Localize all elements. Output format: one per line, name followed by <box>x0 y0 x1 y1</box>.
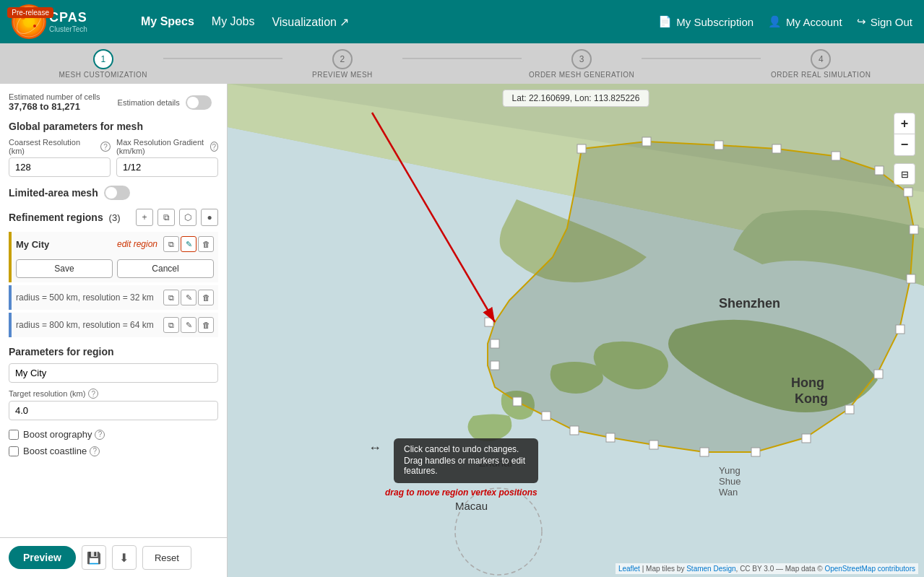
region-my-city-edit-btn[interactable]: ✎ <box>181 236 197 252</box>
step-4-label: ORDER REAL SIMULATION <box>771 71 871 79</box>
lam-toggle[interactable] <box>104 186 130 200</box>
region-500km-copy-btn[interactable]: ⧉ <box>163 290 179 305</box>
add-region-btn[interactable]: + <box>136 209 153 226</box>
boost-orography-row: Boost orography ? <box>9 429 218 440</box>
region-my-city-delete-btn[interactable]: 🗑 <box>198 236 214 252</box>
svg-rect-24 <box>570 426 579 435</box>
region-my-city-copy-btn[interactable]: ⧉ <box>163 236 179 252</box>
preview-btn[interactable]: Preview <box>9 546 76 569</box>
region-my-city-name: My City <box>16 239 114 250</box>
step-line-1 <box>163 58 283 59</box>
download-icon-btn[interactable]: ⬇ <box>112 545 137 570</box>
step-line-2 <box>402 58 522 59</box>
svg-rect-17 <box>874 370 883 378</box>
cursor-icon: ↔ <box>368 441 381 456</box>
nav-links: My Specs My Jobs Visualization ↗ <box>141 15 641 29</box>
boost-orography-checkbox[interactable] <box>9 430 19 440</box>
region-item-my-city: My City edit region ⧉ ✎ 🗑 Save Cancel <box>9 232 218 282</box>
zoom-in-btn[interactable]: + <box>894 113 915 134</box>
step-4[interactable]: 4 ORDER REAL SIMULATION <box>761 49 881 79</box>
svg-rect-21 <box>700 448 709 456</box>
annotation-text: drag to move region vertex positions <box>385 487 537 498</box>
step-4-circle: 4 <box>811 49 831 69</box>
region-800km-edit-btn[interactable]: ✎ <box>181 317 197 333</box>
step-3-label: ORDER MESH GENERATION <box>529 71 634 79</box>
cell-count-block: Estimated number of cells 37,768 to 81,2… <box>9 92 100 112</box>
step-2-label: PREVIEW MESH <box>312 71 373 79</box>
logo-icon: Pre-release <box>12 4 46 39</box>
max-res-help-icon[interactable]: ? <box>210 142 218 152</box>
svg-rect-28 <box>491 339 499 348</box>
region-800km-delete-btn[interactable]: 🗑 <box>198 317 214 333</box>
step-3-circle: 3 <box>571 49 592 69</box>
region-500km-name: radius = 500 km, resolution = 32 km <box>16 292 160 303</box>
cell-count-label: Estimated number of cells <box>9 92 100 101</box>
svg-rect-29 <box>485 318 493 326</box>
pre-release-badge: Pre-release <box>7 7 53 18</box>
region-item-500km: radius = 500 km, resolution = 32 km ⧉ ✎ … <box>9 285 218 310</box>
svg-rect-19 <box>802 434 811 443</box>
coarsest-res-input[interactable] <box>9 157 111 177</box>
step-1-label: MESH CUSTOMIZATION <box>59 71 148 79</box>
boost-orography-label: Boost orography ? <box>23 429 105 440</box>
max-res-input[interactable] <box>116 157 218 177</box>
boost-orography-help-icon[interactable]: ? <box>95 430 105 440</box>
settings-region-btn[interactable]: ⬡ <box>179 209 197 226</box>
region-name-input[interactable] <box>9 363 218 383</box>
coarsest-res-help-icon[interactable]: ? <box>100 142 111 152</box>
nav-visualization[interactable]: Visualization ↗ <box>272 15 349 29</box>
region-800km-btns: ⧉ ✎ 🗑 <box>163 317 214 333</box>
coarsest-res-block: Coarsest Resolution (km) ? <box>9 138 111 177</box>
svg-rect-27 <box>491 361 499 370</box>
target-res-help-icon[interactable]: ? <box>88 389 98 399</box>
nav-subscription[interactable]: 📄 My Subscription <box>658 15 754 28</box>
boost-coastline-checkbox[interactable] <box>9 446 19 456</box>
reset-btn[interactable]: Reset <box>142 546 191 570</box>
leaflet-link[interactable]: Leaflet <box>618 565 640 573</box>
boost-coastline-help-icon[interactable]: ? <box>90 446 100 456</box>
logo-clustertech: ClusterTech <box>49 25 87 33</box>
refinement-header: Refinement regions (3) + ⧉ ⬡ ● <box>9 209 218 226</box>
region-my-city-btns: ⧉ ✎ 🗑 <box>163 236 214 252</box>
region-800km-name: radius = 800 km, resolution = 64 km <box>16 320 160 330</box>
nav-account[interactable]: 👤 My Account <box>768 15 842 28</box>
map-coords: Lat: 22.160699, Lon: 113.825226 <box>503 90 649 107</box>
region-500km-edit-btn[interactable]: ✎ <box>181 290 197 305</box>
step-1[interactable]: 1 MESH CUSTOMIZATION <box>43 49 163 79</box>
step-2[interactable]: 2 PREVIEW MESH <box>282 49 402 79</box>
svg-rect-9 <box>714 141 723 149</box>
nav-my-jobs[interactable]: My Jobs <box>212 15 255 28</box>
save-btn[interactable]: Save <box>16 259 113 278</box>
map-area[interactable]: Shenzhen Hong Kong Zhuhai Macau Yung Shu… <box>228 84 924 577</box>
logo-text-block: CPAS ClusterTech <box>49 10 87 33</box>
save-icon-btn[interactable]: 💾 <box>82 545 106 570</box>
coarsest-res-label: Coarsest Resolution (km) ? <box>9 138 111 155</box>
region-800km-copy-btn[interactable]: ⧉ <box>163 317 179 333</box>
copy-region-btn[interactable]: ⧉ <box>157 209 175 226</box>
svg-rect-20 <box>751 448 760 456</box>
map-layers-btn[interactable]: ⊟ <box>894 163 915 185</box>
nav-my-specs[interactable]: My Specs <box>141 15 194 28</box>
svg-point-4 <box>33 25 36 27</box>
step-3[interactable]: 3 ORDER MESH GENERATION <box>522 49 642 79</box>
estimation-toggle[interactable] <box>186 95 212 110</box>
osm-link[interactable]: OpenStreetMap contributors <box>824 565 915 573</box>
cancel-btn[interactable]: Cancel <box>117 259 214 278</box>
map-tooltip: Click cancel to undo changes. Drag handl… <box>394 438 538 483</box>
delete-region-btn[interactable]: ● <box>201 209 218 226</box>
params-grid: Coarsest Resolution (km) ? Max Resolutio… <box>9 138 218 177</box>
save-cancel-row: Save Cancel <box>12 256 218 282</box>
cell-count-row: Estimated number of cells 37,768 to 81,2… <box>9 92 218 112</box>
stamen-link[interactable]: Stamen Design <box>686 565 735 573</box>
svg-rect-26 <box>513 397 522 406</box>
svg-text:Hong: Hong <box>791 376 824 390</box>
target-res-input[interactable] <box>9 401 218 420</box>
nav-right: 📄 My Subscription 👤 My Account ↪ Sign Ou… <box>658 15 912 28</box>
sidebar: Estimated number of cells 37,768 to 81,2… <box>0 84 228 577</box>
tooltip-line2: Drag handles or markers to edit features… <box>404 456 528 476</box>
region-500km-delete-btn[interactable]: 🗑 <box>198 290 214 305</box>
nav-signout[interactable]: ↪ Sign Out <box>857 15 912 28</box>
svg-rect-12 <box>875 166 884 175</box>
file-icon: 📄 <box>658 15 672 28</box>
zoom-out-btn[interactable]: − <box>894 134 915 156</box>
